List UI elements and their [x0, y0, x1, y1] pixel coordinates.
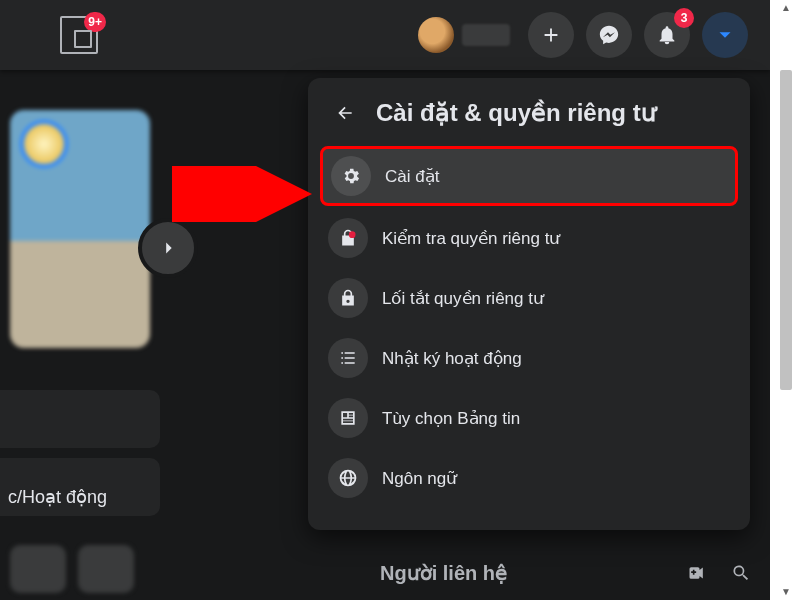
arrow-right-icon: [157, 237, 179, 259]
notifications-badge: 3: [674, 8, 694, 28]
search-icon: [731, 563, 751, 583]
menu-item-activity-log[interactable]: Nhật ký hoạt động: [320, 330, 738, 386]
caret-down-icon: [714, 24, 736, 46]
panel-back-button[interactable]: [326, 94, 364, 132]
menu-item-label: Lối tắt quyền riêng tư: [382, 288, 544, 309]
menu-item-label: Ngôn ngữ: [382, 468, 457, 489]
left-tab-label[interactable]: c/Hoạt động: [8, 486, 107, 508]
plus-icon: [540, 24, 562, 46]
lock-icon: [328, 278, 368, 318]
feed-icon: [328, 398, 368, 438]
svg-point-0: [349, 231, 356, 238]
menu-item-label: Nhật ký hoạt động: [382, 348, 522, 369]
menu-item-language[interactable]: Ngôn ngữ: [320, 450, 738, 506]
menu-item-settings[interactable]: Cài đặt: [320, 146, 738, 206]
video-plus-icon: [687, 563, 707, 583]
notifications-button[interactable]: 3: [644, 12, 690, 58]
scrollbar-thumb[interactable]: [780, 70, 792, 390]
browser-scrollbar[interactable]: ▲ ▼: [770, 0, 800, 600]
menu-item-privacy-shortcuts[interactable]: Lối tắt quyền riêng tư: [320, 270, 738, 326]
account-menu-button[interactable]: [702, 12, 748, 58]
watch-badge: 9+: [84, 12, 106, 32]
arrow-left-icon: [335, 103, 355, 123]
settings-menu: Cài đặt Kiểm tra quyền riêng tư Lối tắt …: [320, 146, 738, 506]
contacts-search-button[interactable]: [722, 554, 760, 592]
panel-title: Cài đặt & quyền riêng tư: [376, 99, 656, 127]
menu-item-label: Tùy chọn Bảng tin: [382, 408, 520, 429]
gear-icon: [331, 156, 371, 196]
lock-heart-icon: [328, 218, 368, 258]
story-next-button[interactable]: [138, 218, 198, 278]
menu-item-label: Cài đặt: [385, 166, 439, 187]
story-avatar: [20, 120, 68, 168]
messenger-icon: [598, 24, 620, 46]
left-panel-block: [0, 390, 160, 448]
messenger-button[interactable]: [586, 12, 632, 58]
annotation-arrow: [170, 166, 320, 222]
top-nav-bar: 9+ 3: [0, 0, 770, 70]
scroll-down-icon[interactable]: ▼: [780, 586, 792, 598]
globe-icon: [328, 458, 368, 498]
list-icon: [328, 338, 368, 378]
profile-avatar[interactable]: [418, 17, 454, 53]
contacts-section: Người liên hệ: [380, 554, 760, 592]
menu-item-news-feed-prefs[interactable]: Tùy chọn Bảng tin: [320, 390, 738, 446]
settings-privacy-panel: Cài đặt & quyền riêng tư Cài đặt Kiểm tr…: [308, 78, 750, 530]
profile-name-blurred: [462, 24, 510, 46]
left-thumbnails: [10, 545, 134, 593]
story-card[interactable]: [10, 110, 150, 348]
scroll-up-icon[interactable]: ▲: [780, 2, 792, 14]
contacts-new-room-button[interactable]: [678, 554, 716, 592]
menu-item-privacy-checkup[interactable]: Kiểm tra quyền riêng tư: [320, 210, 738, 266]
watch-tab-icon[interactable]: 9+: [60, 16, 98, 54]
contacts-label: Người liên hệ: [380, 561, 672, 585]
create-button[interactable]: [528, 12, 574, 58]
menu-item-label: Kiểm tra quyền riêng tư: [382, 228, 560, 249]
bell-icon: [656, 24, 678, 46]
